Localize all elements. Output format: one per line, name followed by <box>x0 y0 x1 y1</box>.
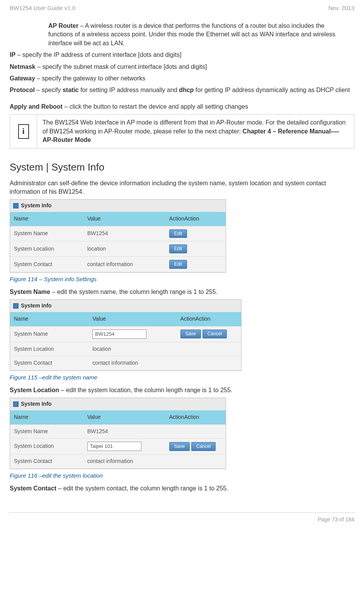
cell-name: System Name <box>10 326 88 342</box>
page-header: BW1254 User Guide v1.0 Nov. 2013 <box>10 4 354 12</box>
system-info-table: Name Value ActionAction System Name BW12… <box>10 410 226 469</box>
th-action: ActionAction <box>165 410 226 424</box>
section-heading: System | System Info <box>10 160 354 174</box>
th-name: Name <box>10 212 83 226</box>
table-header-row: Name Value ActionAction <box>10 410 226 424</box>
panel-titlebar: System Info <box>10 398 226 410</box>
apply-para: Apply and Reboot – click the button to r… <box>10 102 354 111</box>
header-left: BW1254 User Guide v1.0 <box>10 4 75 12</box>
cell-name: System Contact <box>10 356 88 371</box>
table-row: System Location location <box>10 342 241 356</box>
protocol-bold2: dhcp <box>179 87 194 93</box>
system-contact-para: System Contact – edit the system contact… <box>10 484 354 493</box>
protocol-label: Protocol <box>10 87 35 93</box>
cell-action: Edit <box>165 257 226 272</box>
panel-titlebar: System Info <box>10 300 241 312</box>
cancel-button[interactable]: Cancel <box>191 442 216 451</box>
cell-action <box>177 342 241 356</box>
info-text: The BW1254 Web Interface in AP mode is d… <box>37 114 354 148</box>
ip-label: IP <box>10 51 15 58</box>
protocol-para: Protocol – specify static for setting IP… <box>10 86 354 94</box>
cell-action: Save Cancel <box>165 439 226 454</box>
table-header-row: Name Value ActionAction <box>10 212 226 226</box>
cell-action: Save Cancel <box>177 326 241 342</box>
cancel-button[interactable]: Cancel <box>202 330 227 338</box>
cell-action <box>165 454 226 469</box>
panel-title: System Info <box>21 202 51 210</box>
cell-name: System Contact <box>10 257 83 272</box>
cell-value: BW1254 <box>83 424 165 439</box>
protocol-bold1: static <box>63 87 79 93</box>
netmask-label: Netmask <box>10 63 36 70</box>
ip-desc: – specify the IP address of current inte… <box>15 51 181 58</box>
table-row: System Name BW1254 Edit <box>10 226 226 241</box>
cell-action: Edit <box>165 226 226 241</box>
cell-value: contact information <box>88 356 176 371</box>
gateway-label: Gateway <box>10 75 35 82</box>
table-row: System Name BW1254 <box>10 424 226 439</box>
table-row: System Name BW1254 Save Cancel <box>10 326 241 342</box>
cell-name: System Location <box>10 241 83 257</box>
info-box: i The BW1254 Web Interface in AP mode is… <box>10 114 354 149</box>
system-name-para: System Name – edit the system name, the … <box>10 288 354 296</box>
th-action: ActionAction <box>165 212 226 226</box>
cell-action <box>177 356 241 371</box>
panel-icon <box>13 203 19 208</box>
th-value: Value <box>83 212 165 226</box>
edit-button[interactable]: Edit <box>169 260 187 269</box>
figure-114-caption: Figure 114 – System info Settings <box>10 275 354 283</box>
system-info-table: Name Value ActionAction System Name BW12… <box>10 212 226 272</box>
cell-value: location <box>88 342 176 356</box>
netmask-para: Netmask – specify the subnet mask of cur… <box>10 63 354 71</box>
system-info-table: Name Value ActionAction System Name BW12… <box>10 312 241 371</box>
cell-value: location <box>83 241 165 257</box>
ap-router-label: AP Router <box>48 22 78 29</box>
ap-router-desc: – A wireless router is a device that per… <box>48 22 335 46</box>
figure-114: System Info Name Value ActionAction Syst… <box>10 199 226 273</box>
table-row: System Location Taipei 101 Save Cancel <box>10 439 226 454</box>
panel-title: System Info <box>21 400 51 408</box>
page-footer: Page 73 of 184 <box>10 512 354 524</box>
cell-action <box>165 424 226 439</box>
th-name: Name <box>10 312 88 326</box>
figure-115: System Info Name Value ActionAction Syst… <box>10 299 242 371</box>
panel-titlebar: System Info <box>10 200 226 212</box>
cell-value: BW1254 <box>83 226 165 241</box>
cell-name: System Location <box>10 439 83 454</box>
apply-label: Apply and Reboot <box>10 103 63 110</box>
info-icon: i <box>18 124 29 139</box>
table-row: System Contact contact information <box>10 454 226 469</box>
figure-116: System Info Name Value ActionAction Syst… <box>10 398 226 469</box>
cell-name: System Contact <box>10 454 83 469</box>
header-right: Nov. 2013 <box>328 4 354 12</box>
apply-desc: – click the button to restart the device… <box>63 103 248 110</box>
system-location-para: System Location – edit the system locati… <box>10 386 354 394</box>
ap-router-para: AP Router – A wireless router is a devic… <box>48 22 347 48</box>
th-name: Name <box>10 410 83 424</box>
section-intro: Administrator can self-define the device… <box>10 179 354 196</box>
protocol-pre: – specify <box>35 87 63 93</box>
edit-button[interactable]: Edit <box>169 244 187 253</box>
cell-action: Edit <box>165 241 226 257</box>
system-location-input[interactable]: Taipei 101 <box>87 442 141 451</box>
cell-value: BW1254 <box>88 326 176 342</box>
system-location-label: System Location <box>10 387 59 393</box>
figure-116-caption: Figure 116 –edit the system location <box>10 471 354 480</box>
save-button[interactable]: Save <box>169 442 190 451</box>
panel-title: System Info <box>21 302 51 310</box>
system-contact-desc: – edit the system contact, the column le… <box>56 485 228 492</box>
edit-button[interactable]: Edit <box>169 229 187 238</box>
figure-115-caption: Figure 115 –edit the system name <box>10 373 354 381</box>
table-row: System Contact contact information Edit <box>10 257 226 272</box>
th-value: Value <box>83 410 165 424</box>
ip-para: IP – specify the IP address of current i… <box>10 51 354 59</box>
table-header-row: Name Value ActionAction <box>10 312 241 326</box>
cell-name: System Location <box>10 342 88 356</box>
system-name-input[interactable]: BW1254 <box>92 330 146 339</box>
info-icon-cell: i <box>10 114 37 148</box>
system-location-desc: – edit the system location, the column l… <box>59 387 232 393</box>
panel-icon <box>13 401 19 407</box>
gateway-para: Gateway – specify the gateway to other n… <box>10 74 354 83</box>
save-button[interactable]: Save <box>180 330 201 338</box>
th-value: Value <box>88 312 176 326</box>
